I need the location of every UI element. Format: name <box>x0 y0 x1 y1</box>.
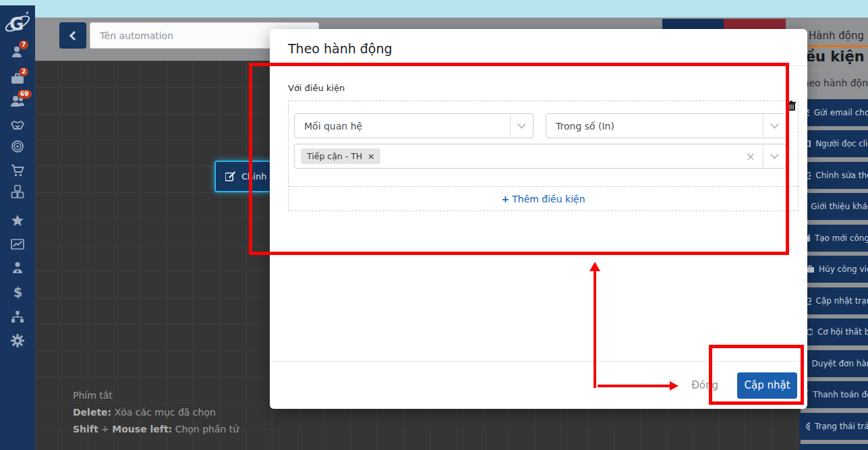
action-update-status[interactable]: Cập nhật trạng <box>799 287 868 314</box>
sidebar-item-products[interactable] <box>0 185 35 198</box>
chevron-down-icon <box>770 150 779 159</box>
back-button[interactable] <box>59 22 86 49</box>
sidebar-item-settings[interactable] <box>0 334 35 347</box>
tag-label: Tiếp cận - TH <box>307 151 362 161</box>
add-condition-link[interactable]: +Thêm điều kiện <box>501 194 585 204</box>
condition-modal: Theo hành động Với điều kiện Mối quan hệ… <box>270 29 807 409</box>
sidebar-item-finance[interactable]: $ <box>0 285 35 299</box>
action-opportunity-lost[interactable]: Cơ hội thất bại <box>799 318 868 345</box>
sidebar-item-orgchart[interactable] <box>0 310 35 324</box>
chevron-down-icon <box>770 120 779 129</box>
action-approve-order[interactable]: Duyệt đơn hàng <box>799 350 868 377</box>
app-logo-icon[interactable]: G <box>3 9 32 38</box>
modal-footer: Đóng Cập nhật <box>270 361 807 409</box>
selected-tag[interactable]: Tiếp cận - TH × <box>301 148 380 164</box>
value-select-arrow[interactable] <box>763 144 786 168</box>
operator-select-arrow[interactable] <box>763 114 786 138</box>
sidebar-item-employees[interactable] <box>0 261 35 275</box>
value-multiselect[interactable]: Tiếp cận - TH × × <box>294 144 786 169</box>
customers-badge: 69 <box>18 90 32 99</box>
action-reader-click[interactable]: Người đọc click <box>799 130 868 157</box>
sidebar-item-cart[interactable] <box>0 164 35 177</box>
app-screen: G 7 2 69 $ <box>0 0 868 450</box>
action-return-status[interactable]: Trạng thái trả h <box>799 413 868 440</box>
operator-select-value: Trong số (In) <box>556 121 614 132</box>
edit-icon <box>225 171 235 181</box>
delete-condition-icon[interactable] <box>786 101 796 114</box>
panel-divider <box>801 70 868 71</box>
field-select[interactable]: Mối quan hệ <box>294 113 533 138</box>
sidebar-item-deals[interactable] <box>0 119 35 133</box>
sidebar-item-target[interactable] <box>0 140 35 153</box>
close-button[interactable]: Đóng <box>691 379 718 391</box>
field-select-value: Mối quan hệ <box>304 121 362 132</box>
contacts-badge: 7 <box>19 40 28 49</box>
sidebar-item-favorites[interactable] <box>0 214 35 227</box>
action-cancel-task[interactable]: Hủy công việc <box>799 256 868 283</box>
tab-actions[interactable]: Hành động <box>809 30 864 42</box>
tag-remove-icon[interactable]: × <box>368 152 374 161</box>
action-edit-info[interactable]: Chỉnh sửa thôn <box>799 162 868 189</box>
chevron-left-icon <box>69 30 79 40</box>
modal-header-divider <box>270 65 807 66</box>
field-select-arrow[interactable] <box>510 114 533 138</box>
action-refer-customer[interactable]: Giới thiệu khách <box>799 193 868 220</box>
action-send-email[interactable]: Gửi email cho k <box>799 99 868 126</box>
sidebar-item-jobs[interactable] <box>0 72 35 86</box>
clear-all-icon[interactable]: × <box>746 150 755 163</box>
browser-top-strip <box>0 0 868 18</box>
update-button[interactable]: Cập nhật <box>737 372 797 399</box>
chevron-down-icon <box>517 120 526 129</box>
action-create-task[interactable]: Tạo mới công v <box>799 225 868 252</box>
sidebar-item-reports[interactable] <box>0 237 35 251</box>
shortcut-title: Phím tắt <box>73 390 113 401</box>
shortcut-shift-click: Shift + Mouse left: Chọn phần tử <box>73 424 239 434</box>
condition-section-label: Với điều kiện <box>288 83 345 93</box>
operator-select[interactable]: Trong số (In) <box>546 113 786 138</box>
add-condition-row: +Thêm điều kiện <box>289 186 798 210</box>
action-update-progress[interactable]: Cập nhật tiế <box>799 444 868 450</box>
shortcut-delete: Delete: Xóa các mục đã chọn <box>73 407 216 418</box>
plus-icon: + <box>501 194 509 204</box>
condition-type-item[interactable]: Theo hành động <box>797 78 868 88</box>
jobs-badge: 2 <box>19 67 28 76</box>
action-pay-order[interactable]: Thanh toán đơn <box>799 381 868 408</box>
tab-active-underline <box>801 45 868 47</box>
svg-text:$: $ <box>13 285 22 299</box>
sidebar-item-contacts[interactable] <box>0 45 35 59</box>
modal-title: Theo hành động <box>288 41 393 56</box>
condition-group: Mối quan hệ Trong số (In) Tiếp cận - TH … <box>288 101 799 211</box>
